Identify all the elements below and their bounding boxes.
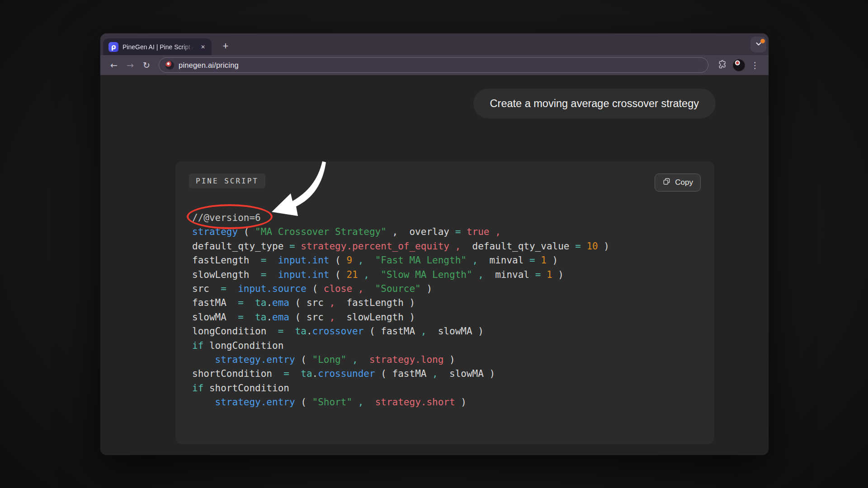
tab-title: PineGen AI | Pine Script AI Ge bbox=[123, 43, 195, 51]
tab-search-button[interactable] bbox=[750, 37, 766, 52]
code-line: slowMA = ta.ema ( src , slowLength ) bbox=[192, 310, 701, 324]
code-line: strategy ( "MA Crossover Strategy" , ove… bbox=[192, 225, 701, 239]
tab-close-button[interactable]: ✕ bbox=[199, 43, 207, 51]
language-badge: PINE SCRIPT bbox=[189, 174, 265, 188]
user-message-bubble: Create a moving average crossover strate… bbox=[473, 89, 716, 118]
site-favicon-icon bbox=[165, 61, 174, 70]
code-line: src = input.source ( close , "Source" ) bbox=[192, 282, 701, 296]
plus-icon: + bbox=[223, 40, 229, 52]
stage: ρ PineGen AI | Pine Script AI Ge ✕ + ← bbox=[0, 0, 868, 488]
puzzle-icon bbox=[718, 60, 727, 70]
code-card-header: PINE SCRIPT Copy bbox=[175, 161, 714, 192]
code-card: PINE SCRIPT Copy //@version=6strategy ( … bbox=[175, 161, 714, 444]
browser-window: ρ PineGen AI | Pine Script AI Ge ✕ + ← bbox=[100, 33, 769, 455]
pinegen-favicon: ρ bbox=[108, 42, 118, 52]
url-text: pinegen.ai/pricing bbox=[179, 61, 239, 70]
code-line: longCondition = ta.crossover ( fastMA , … bbox=[192, 324, 701, 338]
avatar bbox=[733, 59, 745, 71]
code-line: strategy.entry ( "Long" , strategy.long … bbox=[192, 353, 701, 367]
forward-button[interactable]: → bbox=[123, 57, 138, 73]
kebab-icon: ⋮ bbox=[751, 60, 760, 70]
reload-button[interactable]: ↻ bbox=[139, 57, 154, 73]
update-notification-dot bbox=[760, 39, 765, 43]
code-line: fastLength = input.int ( 9 , "Fast MA Le… bbox=[192, 253, 701, 267]
address-bar[interactable]: pinegen.ai/pricing bbox=[159, 57, 708, 73]
user-message-text: Create a moving average crossover strate… bbox=[490, 98, 699, 110]
forward-icon: → bbox=[127, 60, 134, 70]
code-line: default_qty_type = strategy.percent_of_e… bbox=[192, 239, 701, 253]
extensions-button[interactable] bbox=[715, 57, 730, 73]
copy-icon bbox=[662, 177, 671, 188]
page-content: Create a moving average crossover strate… bbox=[100, 75, 769, 455]
copy-button[interactable]: Copy bbox=[655, 174, 701, 192]
code-lines: //@version=6strategy ( "MA Crossover Str… bbox=[192, 211, 701, 410]
code-line: strategy.entry ( "Short" , strategy.shor… bbox=[192, 395, 701, 409]
code-line: slowLength = input.int ( 21 , "Slow MA L… bbox=[192, 268, 701, 282]
code-line: shortCondition = ta.crossunder ( fastMA … bbox=[192, 367, 701, 381]
code-line: if shortCondition bbox=[192, 381, 701, 395]
code-line: if longCondition bbox=[192, 339, 701, 353]
browser-toolbar: ← → ↻ pinegen.ai/pricing bbox=[100, 55, 769, 75]
browser-tab[interactable]: ρ PineGen AI | Pine Script AI Ge ✕ bbox=[103, 38, 212, 55]
copy-button-label: Copy bbox=[675, 178, 693, 187]
back-icon: ← bbox=[110, 60, 118, 70]
close-icon: ✕ bbox=[201, 44, 205, 50]
new-tab-button[interactable]: + bbox=[219, 39, 232, 53]
tab-strip: ρ PineGen AI | Pine Script AI Ge ✕ + bbox=[100, 33, 769, 55]
code-line: //@version=6 bbox=[192, 211, 701, 225]
reload-icon: ↻ bbox=[143, 60, 150, 70]
back-button[interactable]: ← bbox=[106, 57, 122, 73]
code-line: fastMA = ta.ema ( src , fastLength ) bbox=[192, 296, 701, 310]
browser-menu-button[interactable]: ⋮ bbox=[747, 57, 763, 73]
profile-button[interactable] bbox=[731, 57, 746, 73]
